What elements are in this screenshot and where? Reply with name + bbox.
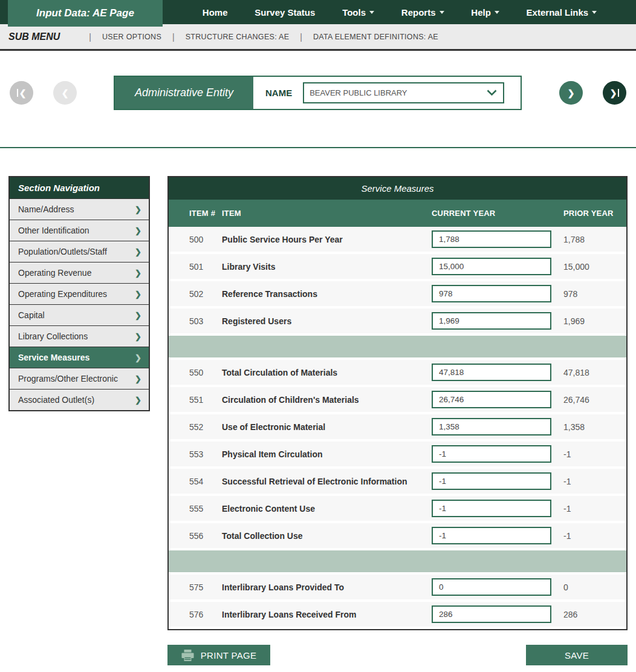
sidebar-item-capital[interactable]: Capital ❯ <box>10 304 149 325</box>
nav-item-reports[interactable]: Reports <box>401 7 444 18</box>
item-number: 550 <box>169 368 222 377</box>
prior-year-value: 26,746 <box>557 395 626 405</box>
sidebar-item-operating-expenditures[interactable]: Operating Expenditures ❯ <box>10 283 149 304</box>
current-year-input[interactable] <box>432 605 551 623</box>
prior-year-value: -1 <box>557 477 626 486</box>
current-year-input[interactable] <box>432 391 551 408</box>
table-row: 551 Circulation of Children's Materials … <box>169 387 626 412</box>
separator: | <box>172 32 175 42</box>
item-number: 552 <box>169 422 222 432</box>
prior-year-value: 0 <box>557 582 626 592</box>
item-number: 576 <box>169 610 222 619</box>
current-year-input[interactable] <box>432 578 551 596</box>
sidebar-item-name-address[interactable]: Name/Address ❯ <box>10 198 149 220</box>
chevron-left-icon: ❮ <box>19 89 27 97</box>
nav-item-home[interactable]: Home <box>203 7 228 18</box>
main-content: Section Navigation Name/Address ❯ Other … <box>0 176 636 630</box>
nav-menu: Home Survey Status Tools Reports Help Ex… <box>175 0 624 24</box>
action-buttons-row: PRINT PAGE SAVE <box>167 645 628 665</box>
item-number: 503 <box>169 316 222 326</box>
sidebar-item-other-identification[interactable]: Other Identification ❯ <box>10 220 149 241</box>
chevron-right-icon: ❯ <box>135 396 141 405</box>
save-button[interactable]: SAVE <box>526 645 628 665</box>
item-label: Library Visits <box>222 262 432 272</box>
table-row: 502 Reference Transactions 978 <box>169 281 626 306</box>
table-title: Service Measures <box>169 177 626 200</box>
current-year-input[interactable] <box>432 472 551 490</box>
sub-menu-title: SUB MENU <box>8 31 60 42</box>
sub-menu-link-data-element-definitions-ae[interactable]: DATA ELEMENT DEFINITIONS: AE <box>313 33 438 41</box>
nav-item-survey-status[interactable]: Survey Status <box>255 7 315 18</box>
nav-item-label: External Links <box>527 7 589 18</box>
sidebar-item-label: Service Measures <box>18 353 89 362</box>
sidebar-item-population-outlets-staff[interactable]: Population/Outlets/Staff ❯ <box>10 241 149 262</box>
item-label: Physical Item Circulation <box>222 449 432 459</box>
entity-name-select[interactable]: BEAVER PUBLIC LIBRARY <box>303 82 504 103</box>
item-label: Successful Retrieval of Electronic Infor… <box>222 477 432 486</box>
prior-year-value: 1,788 <box>557 235 626 244</box>
prior-year-value: 1,358 <box>557 422 626 432</box>
table-spacer-row <box>169 550 626 572</box>
table-spacer-row <box>169 336 626 357</box>
item-label: Interlibrary Loans Provided To <box>222 582 432 592</box>
top-nav-bar: Input Data: AE Page Home Survey Status T… <box>0 0 636 24</box>
chevron-down-icon <box>495 11 499 14</box>
item-number: 556 <box>169 531 222 541</box>
current-year-input[interactable] <box>432 285 551 302</box>
prior-year-value: -1 <box>557 504 626 514</box>
printer-icon <box>181 650 194 661</box>
current-year-input[interactable] <box>432 418 551 435</box>
sidebar-item-service-measures[interactable]: Service Measures ❯ <box>10 347 149 368</box>
column-header-item: ITEM <box>222 209 432 218</box>
sidebar-item-label: Operating Expenditures <box>18 289 107 299</box>
current-year-input[interactable] <box>432 230 551 248</box>
chevron-right-icon: ❯ <box>135 269 141 278</box>
chevron-right-icon: ❯ <box>135 353 141 362</box>
sub-menu-link-structure-changes-ae[interactable]: STRUCTURE CHANGES: AE <box>186 33 290 41</box>
sidebar-item-operating-revenue[interactable]: Operating Revenue ❯ <box>10 262 149 283</box>
separator: | <box>300 32 302 42</box>
sidebar-items: Name/Address ❯ Other Identification ❯ Po… <box>10 198 149 410</box>
prior-year-value: 15,000 <box>557 262 626 272</box>
print-page-button[interactable]: PRINT PAGE <box>167 645 270 665</box>
first-entity-button[interactable]: ❮ <box>10 81 33 105</box>
chevron-right-icon: ❯ <box>135 332 141 341</box>
sidebar-item-associated-outlet-s[interactable]: Associated Outlet(s) ❯ <box>10 389 149 410</box>
sidebar-item-label: Name/Address <box>18 204 74 214</box>
item-label: Public Service Hours Per Year <box>222 235 432 244</box>
current-year-input[interactable] <box>432 258 551 275</box>
last-entity-button[interactable]: ❯ <box>603 81 626 105</box>
entity-pager-bar: ❮ ❮ Administrative Entity NAME BEAVER PU… <box>0 51 636 147</box>
sub-menu-bar: SUB MENU | USER OPTIONS | STRUCTURE CHAN… <box>0 24 636 51</box>
chevron-right-icon: ❯ <box>135 374 141 383</box>
entity-form: NAME BEAVER PUBLIC LIBRARY <box>253 77 521 109</box>
nav-tab-input-data-ae-page[interactable]: Input Data: AE Page <box>8 0 163 27</box>
current-year-input[interactable] <box>432 312 551 330</box>
sub-menu-link-user-options[interactable]: USER OPTIONS <box>102 33 161 41</box>
nav-item-external-links[interactable]: External Links <box>527 7 597 18</box>
column-header-item-number: ITEM # <box>169 209 222 218</box>
current-year-input[interactable] <box>432 445 551 463</box>
nav-item-help[interactable]: Help <box>471 7 499 18</box>
sidebar-item-programs-other-electronic[interactable]: Programs/Other Electronic ❯ <box>10 368 149 389</box>
previous-entity-button[interactable]: ❮ <box>53 81 77 105</box>
entity-panel-title: Administrative Entity <box>115 77 253 109</box>
bar-icon <box>618 89 619 97</box>
item-number: 554 <box>169 477 222 486</box>
current-year-input[interactable] <box>432 527 551 544</box>
current-year-input[interactable] <box>432 364 551 381</box>
prior-year-value: 1,969 <box>557 316 626 326</box>
nav-item-tools[interactable]: Tools <box>342 7 374 18</box>
chevron-right-icon: ❯ <box>610 89 617 97</box>
next-entity-button[interactable]: ❯ <box>559 81 583 105</box>
sidebar-item-library-collections[interactable]: Library Collections ❯ <box>10 325 149 347</box>
column-header-prior-year: PRIOR YEAR <box>557 209 626 218</box>
table-row: 556 Total Collection Use -1 <box>169 523 626 548</box>
save-label: SAVE <box>565 650 589 661</box>
prior-year-value: 286 <box>557 610 626 619</box>
column-header-current-year: CURRENT YEAR <box>432 209 557 218</box>
item-number: 501 <box>169 262 222 272</box>
table-row: 503 Registered Users 1,969 <box>169 308 626 333</box>
chevron-down-icon <box>592 11 597 14</box>
current-year-input[interactable] <box>432 500 551 517</box>
